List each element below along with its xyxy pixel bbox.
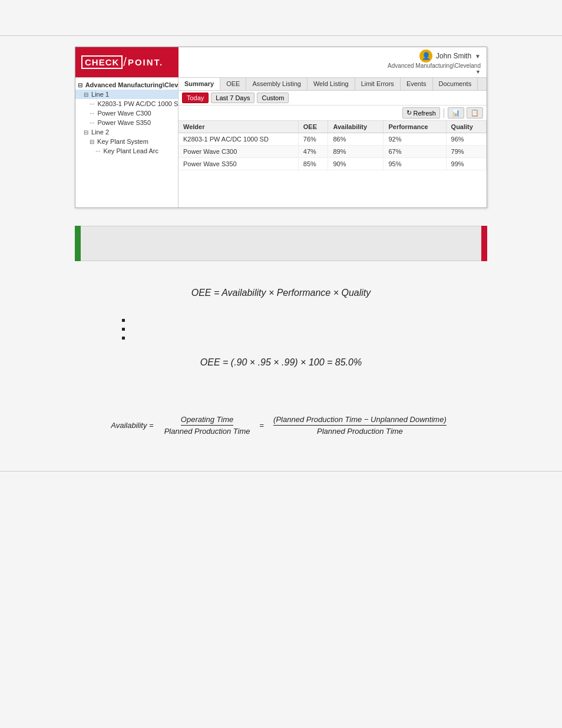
sidebar-item-adv-mfg[interactable]: ⊟ Advanced Manufacturing\Cleveland	[75, 80, 178, 90]
logo-point: POINT.	[128, 57, 163, 67]
cell-welder-0: K2803-1 PW AC/DC 1000 SD	[178, 133, 298, 146]
cell-oee-0: 76%	[298, 133, 328, 146]
cell-welder-1: Power Wave C300	[178, 146, 298, 158]
cell-performance-2: 95%	[384, 158, 446, 170]
tree-leaf-icon-lead: ···	[95, 148, 100, 154]
tree-leaf-icon-k2803: ···	[90, 101, 94, 107]
sidebar-item-line2[interactable]: ⊟ Line 2	[75, 127, 178, 137]
tab-events[interactable]: Events	[401, 78, 433, 90]
sidebar-item-key-plant[interactable]: ⊟ Key Plant System	[75, 137, 178, 146]
cell-quality-2: 99%	[446, 158, 486, 170]
tree-collapse-icon-keyplant: ⊟	[90, 139, 94, 145]
oee-formula: OEE = Availability × Performance × Quali…	[75, 288, 487, 298]
cell-performance-1: 67%	[384, 146, 446, 158]
user-dropdown-arrow[interactable]: ▼	[475, 53, 481, 60]
filter-today[interactable]: Today	[182, 93, 209, 103]
oee-example-text: OEE = (.90 × .95 × .99) × 100 = 85.0%	[200, 357, 362, 367]
page-container: CHECK / POINT. 👤 John Smith ▼ Advanced M…	[0, 0, 562, 728]
tab-limit-errors[interactable]: Limit Errors	[355, 78, 401, 90]
tab-assembly-listing[interactable]: Assembly Listing	[246, 78, 308, 90]
cell-availability-0: 86%	[328, 133, 384, 146]
sidebar-item-k2803[interactable]: ··· K2803-1 PW AC/DC 1000 SD	[75, 99, 178, 108]
header-right: 👤 John Smith ▼ Advanced Manufacturing\Cl…	[178, 47, 487, 77]
sidebar-item-pw-c300[interactable]: ··· Power Wave C300	[75, 108, 178, 118]
bullet-item-2	[122, 328, 487, 331]
sidebar-item-line1[interactable]: ⊟ Line 1	[75, 90, 178, 99]
avail-denominator-2: Planned Production Time	[317, 426, 403, 436]
avail-fraction-1: Operating Time Planned Production Time	[164, 415, 250, 436]
app-body: ⊟ Advanced Manufacturing\Cleveland ⊟ Lin…	[75, 78, 487, 207]
col-header-availability: Availability	[328, 121, 384, 133]
tree-leaf-icon-s350: ···	[90, 120, 94, 126]
refresh-label: Refresh	[413, 110, 436, 117]
col-header-performance: Performance	[384, 121, 446, 133]
table-row: K2803-1 PW AC/DC 1000 SD76%86%92%96%	[178, 133, 487, 146]
color-bar-right	[481, 226, 487, 261]
bullet-item-1	[122, 319, 487, 322]
oee-table: Welder OEE Availability Performance Qual…	[178, 121, 487, 170]
user-icon: 👤	[419, 50, 432, 62]
org-name: Advanced Manufacturing\Cleveland	[388, 62, 481, 69]
table-body: K2803-1 PW AC/DC 1000 SD76%86%92%96%Powe…	[178, 133, 487, 170]
oee-formula-text: OEE = Availability × Performance × Quali…	[191, 288, 371, 298]
bullet-section	[75, 319, 487, 345]
filter-last7days[interactable]: Last 7 Days	[211, 93, 254, 103]
cell-availability-2: 90%	[328, 158, 384, 170]
tabs-bar: Summary OEE Assembly Listing Weld Listin…	[178, 78, 487, 91]
filter-custom[interactable]: Custom	[257, 93, 289, 103]
bullet-dot-2	[122, 328, 125, 331]
table-row: Power Wave S35085%90%95%99%	[178, 158, 487, 170]
cell-performance-0: 92%	[384, 133, 446, 146]
col-header-quality: Quality	[446, 121, 486, 133]
cell-quality-1: 79%	[446, 146, 486, 158]
col-header-oee: OEE	[298, 121, 328, 133]
cell-quality-0: 96%	[446, 133, 486, 146]
refresh-button[interactable]: ↻ Refresh	[402, 107, 440, 118]
tab-oee[interactable]: OEE	[220, 78, 246, 90]
org-dropdown-arrow[interactable]: ▼	[475, 69, 481, 75]
avail-fraction-2: (Planned Production Time − Unplanned Dow…	[273, 415, 447, 436]
sidebar-item-key-plant-lead[interactable]: ··· Key Plant Lead Arc	[75, 146, 178, 156]
cell-availability-1: 89%	[328, 146, 384, 158]
oee-example-formula: OEE = (.90 × .95 × .99) × 100 = 85.0%	[75, 357, 487, 368]
bullet-item-3	[122, 337, 487, 340]
avail-numerator-1: Operating Time	[181, 415, 233, 426]
table-icon: 📋	[471, 109, 479, 117]
tree-collapse-icon-line2: ⊟	[84, 129, 88, 136]
logo-check: CHECK	[81, 55, 123, 69]
bottom-divider	[0, 471, 562, 472]
app-header: CHECK / POINT. 👤 John Smith ▼ Advanced M…	[75, 47, 487, 78]
cell-oee-1: 47%	[298, 146, 328, 158]
toolbar: ↻ Refresh 📊 📋	[178, 106, 487, 121]
sidebar: ⊟ Advanced Manufacturing\Cleveland ⊟ Lin…	[75, 78, 178, 207]
avail-denominator-1: Planned Production Time	[164, 426, 250, 436]
table-row: Power Wave C30047%89%67%79%	[178, 146, 487, 158]
refresh-icon: ↻	[406, 109, 412, 117]
table-header-row: Welder OEE Availability Performance Qual…	[178, 121, 487, 133]
col-header-welder: Welder	[178, 121, 298, 133]
color-bar-left	[75, 226, 81, 261]
bullet-dot-3	[122, 337, 125, 340]
chart-button[interactable]: 📊	[448, 107, 464, 118]
bullet-dot-1	[122, 319, 125, 322]
logo-slash: /	[123, 55, 127, 69]
color-bar-section	[75, 226, 487, 261]
avail-label: Availability =	[111, 421, 153, 430]
chart-icon: 📊	[452, 109, 460, 117]
toolbar-divider	[444, 108, 444, 118]
tab-documents[interactable]: Documents	[433, 78, 478, 90]
main-panel: Summary OEE Assembly Listing Weld Listin…	[178, 78, 487, 207]
tree-collapse-icon: ⊟	[78, 82, 82, 88]
user-name: John Smith	[436, 52, 471, 60]
tree-collapse-icon-line1: ⊟	[84, 91, 88, 98]
user-area: 👤 John Smith ▼	[419, 50, 481, 62]
table-button[interactable]: 📋	[467, 107, 483, 118]
app-screenshot: CHECK / POINT. 👤 John Smith ▼ Advanced M…	[75, 47, 487, 208]
sidebar-item-pw-s350[interactable]: ··· Power Wave S350	[75, 118, 178, 127]
tree-leaf-icon-c300: ···	[90, 110, 94, 117]
tab-summary[interactable]: Summary	[178, 78, 220, 90]
filter-bar: Today Last 7 Days Custom	[178, 91, 487, 106]
top-divider	[0, 35, 562, 36]
cell-oee-2: 85%	[298, 158, 328, 170]
tab-weld-listing[interactable]: Weld Listing	[308, 78, 355, 90]
